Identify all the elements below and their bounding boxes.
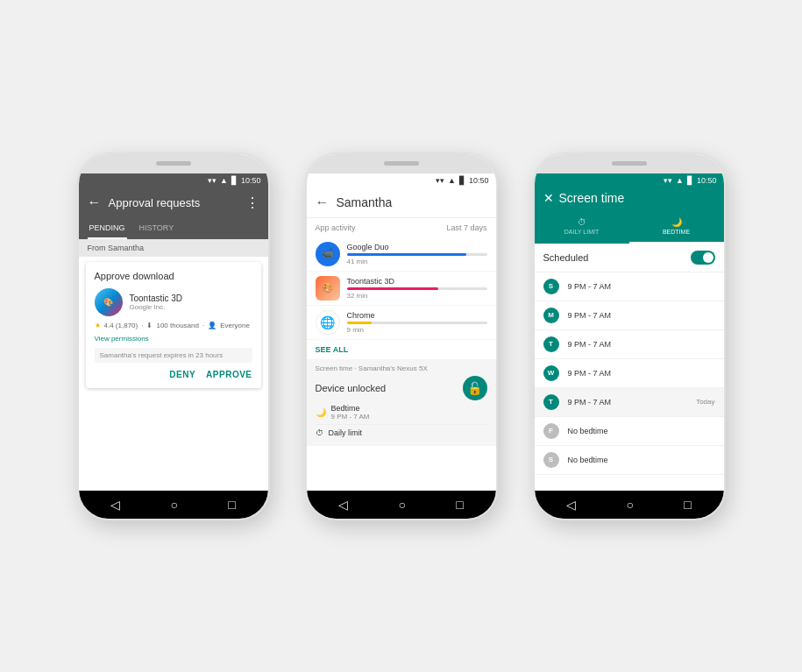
bar-row-toon: Toontastic 3D 32 min bbox=[347, 277, 487, 300]
signal-icon-2: ▾▾ bbox=[436, 176, 444, 185]
day-time-2: 9 PM - 7 AM bbox=[568, 340, 715, 349]
rating-row: ★ 4.4 (1,870) · ⬇ 100 thousand · 👤 Every… bbox=[95, 322, 252, 329]
time-2: 10:50 bbox=[469, 176, 489, 185]
separator-2: · bbox=[202, 322, 204, 329]
day-time-3: 9 PM - 7 AM bbox=[568, 369, 715, 378]
daily-icon: ⏱ bbox=[316, 428, 323, 437]
phone-top-bar-2 bbox=[307, 154, 496, 173]
phone-approval: ▾▾ ▲ ▊ 10:50 ← Approval requests ⋮ PENDI… bbox=[77, 152, 270, 520]
day-row-2[interactable]: T 9 PM - 7 AM bbox=[535, 330, 724, 359]
day-row-5[interactable]: F No bedtime bbox=[535, 417, 724, 446]
usage-time-toon: 32 min bbox=[347, 292, 487, 300]
app-name: Toontastic 3D bbox=[130, 294, 252, 303]
status-bar-3: ▾▾ ▲ ▊ 10:50 bbox=[535, 173, 724, 187]
day-row-4[interactable]: T 9 PM - 7 AM Today bbox=[535, 388, 724, 417]
header-title-1: Approval requests bbox=[109, 196, 201, 209]
phone1-content: ← Approval requests ⋮ PENDING HISTORY Fr… bbox=[79, 187, 268, 491]
deny-button[interactable]: DENY bbox=[169, 370, 195, 379]
usage-time-chrome: 9 min bbox=[347, 326, 487, 334]
card-actions: DENY APPROVE bbox=[95, 370, 252, 379]
speaker-2 bbox=[384, 161, 419, 166]
screen-time-title: Screen time bbox=[559, 191, 625, 205]
daily-label: Daily limit bbox=[329, 428, 363, 437]
usage-time-duo: 41 min bbox=[347, 258, 487, 265]
nav-home-1[interactable]: ○ bbox=[171, 498, 178, 512]
app-header-1: ← Approval requests ⋮ bbox=[79, 187, 268, 218]
audience-value: Everyone bbox=[220, 322, 250, 329]
tab-daily-limit[interactable]: ⏱ DAILY LIMIT bbox=[535, 210, 629, 244]
day-row-6[interactable]: S No bedtime bbox=[535, 446, 724, 475]
bottom-nav-1: ◁ ○ □ bbox=[79, 491, 268, 519]
status-bar-2: ▾▾ ▲ ▊ 10:50 bbox=[307, 173, 496, 187]
nav-back-3[interactable]: ◁ bbox=[566, 498, 576, 512]
battery-icon-1: ▊ bbox=[231, 176, 238, 185]
wifi-icon-1: ▲ bbox=[220, 176, 228, 185]
nav-home-2[interactable]: ○ bbox=[399, 498, 406, 512]
bedtime-label: Bedtime bbox=[331, 404, 370, 413]
nav-recent-1[interactable]: □ bbox=[228, 498, 235, 512]
usage-bar-bg-chrome bbox=[347, 322, 487, 324]
device-header: Screen time · Samantha's Nexus 5X bbox=[316, 364, 487, 372]
see-all-button[interactable]: SEE ALL bbox=[307, 340, 496, 359]
duo-icon: 📹 bbox=[322, 248, 334, 259]
app-name-chrome: Chrome bbox=[347, 311, 487, 320]
device-label: Screen time · Samantha's Nexus 5X bbox=[316, 364, 428, 372]
app-info: Toontastic 3D Google Inc. bbox=[130, 294, 252, 311]
day-row-0[interactable]: S 9 PM - 7 AM bbox=[535, 272, 724, 301]
tab-history[interactable]: HISTORY bbox=[138, 218, 176, 239]
tabs-header-3: ⏱ DAILY LIMIT 🌙 BEDTIME bbox=[535, 210, 724, 244]
time-3: 10:50 bbox=[697, 176, 717, 185]
daily-row: ⏱ Daily limit bbox=[316, 425, 487, 441]
day-circle-6: S bbox=[543, 452, 559, 468]
back-arrow-1[interactable]: ← bbox=[88, 195, 102, 210]
downloads-value: 100 thousand bbox=[156, 322, 199, 329]
day-time-1: 9 PM - 7 AM bbox=[568, 311, 715, 320]
usage-bar-duo bbox=[347, 253, 466, 256]
nav-back-1[interactable]: ◁ bbox=[110, 498, 120, 512]
day-circle-2: T bbox=[543, 336, 559, 352]
bedtime-time: 9 PM - 7 AM bbox=[331, 413, 370, 421]
back-arrow-2[interactable]: ← bbox=[316, 195, 330, 210]
nav-home-3[interactable]: ○ bbox=[627, 498, 634, 512]
more-options-1[interactable]: ⋮ bbox=[245, 195, 259, 211]
day-time-0: 9 PM - 7 AM bbox=[568, 282, 715, 291]
moon-tab-icon: 🌙 bbox=[671, 217, 682, 227]
nav-back-2[interactable]: ◁ bbox=[338, 498, 348, 512]
tab-pending[interactable]: PENDING bbox=[88, 218, 127, 239]
approval-card: Approve download 🎨 Toontastic 3D Google … bbox=[86, 262, 261, 388]
day-row-3[interactable]: W 9 PM - 7 AM bbox=[535, 359, 724, 388]
app-item-toon: 🎨 Toontastic 3D 32 min bbox=[307, 272, 496, 306]
scheduled-toggle[interactable] bbox=[691, 251, 715, 265]
tab-bedtime[interactable]: 🌙 BEDTIME bbox=[629, 210, 724, 244]
device-title: Device unlocked bbox=[316, 383, 387, 393]
phone-top-bar-1 bbox=[79, 154, 268, 173]
tabs-bar-1: PENDING HISTORY bbox=[79, 218, 268, 239]
bar-row-chrome: Chrome 9 min bbox=[347, 311, 487, 334]
today-label: Today bbox=[696, 398, 714, 406]
scheduled-row: Scheduled bbox=[535, 244, 724, 272]
day-circle-3: W bbox=[543, 365, 559, 381]
from-label: From Samantha bbox=[79, 239, 268, 257]
app-icon-toontastic: 🎨 bbox=[95, 288, 123, 316]
bedtime-row: 🌙 Bedtime 9 PM - 7 AM bbox=[316, 400, 487, 425]
rating-value: 4.4 (1,870) bbox=[104, 322, 138, 329]
day-circle-1: M bbox=[543, 308, 559, 323]
expiry-text: Samantha's request expires in 23 hours bbox=[95, 348, 252, 363]
phone-top-bar-3 bbox=[535, 154, 724, 173]
view-permissions-link[interactable]: View permissions bbox=[95, 335, 252, 343]
nav-recent-2[interactable]: □ bbox=[456, 498, 463, 512]
nav-recent-3[interactable]: □ bbox=[684, 498, 691, 512]
usage-bar-bg-duo bbox=[347, 253, 487, 256]
signal-icon-1: ▾▾ bbox=[208, 176, 216, 185]
phone-samantha: ▾▾ ▲ ▊ 10:50 ← Samantha App activity Las… bbox=[305, 152, 498, 520]
phones-container: ▾▾ ▲ ▊ 10:50 ← Approval requests ⋮ PENDI… bbox=[42, 117, 761, 555]
app-item-duo: 📹 Google Duo 41 min bbox=[307, 237, 496, 272]
day-circle-0: S bbox=[543, 279, 559, 294]
day-row-1[interactable]: M 9 PM - 7 AM bbox=[535, 301, 724, 330]
app-icon-toon: 🎨 bbox=[316, 276, 340, 301]
separator-1: · bbox=[141, 322, 143, 329]
close-button-3[interactable]: ✕ bbox=[543, 191, 554, 205]
day-time-5: No bedtime bbox=[568, 427, 715, 435]
title-bar-3: ✕ Screen time bbox=[535, 187, 724, 210]
approve-button[interactable]: APPROVE bbox=[206, 370, 252, 379]
